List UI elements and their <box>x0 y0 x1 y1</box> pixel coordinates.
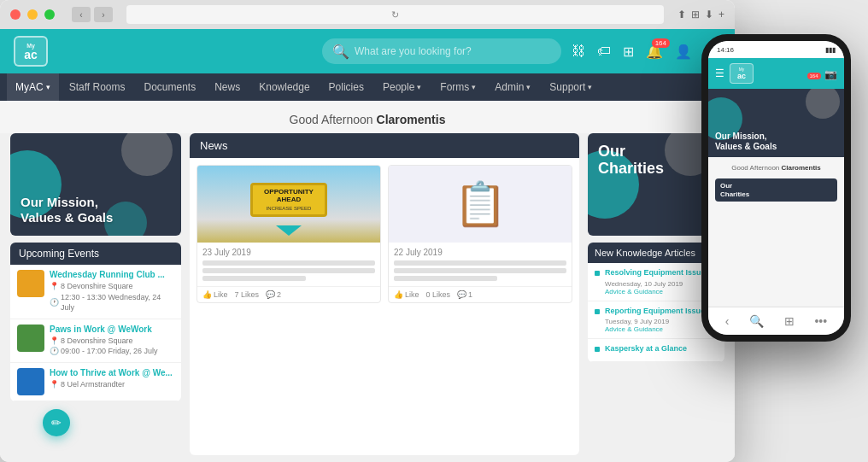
event-location: 📍 8 Devonshire Square <box>50 336 174 347</box>
nav-people[interactable]: People ▾ <box>374 73 430 101</box>
thumbs-up-icon: 👍 <box>202 290 212 299</box>
event-item[interactable]: How to Thrive at Work @ We... 📍 8 Uel Ar… <box>10 363 181 401</box>
notification-icon[interactable]: 🔔 164 <box>646 44 663 60</box>
forward-button[interactable]: › <box>94 7 113 22</box>
news-actions: 👍 Like 0 Likes 💬 1 <box>389 286 572 302</box>
phone-notification-area[interactable]: 164 📷 <box>807 66 837 81</box>
news-date: 23 July 2019 <box>202 248 375 257</box>
phone-logo-ac: ac <box>737 72 746 80</box>
nav-admin[interactable]: Admin ▾ <box>486 73 539 101</box>
like-button[interactable]: 👍 Like <box>394 290 419 299</box>
event-title: Wednesday Running Club ... <box>50 270 174 279</box>
nav-policies[interactable]: Policies <box>320 73 372 101</box>
close-button[interactable] <box>10 9 21 20</box>
app-header: My ac 🔍 ⛓ 🏷 ⊞ 🔔 164 👤 👤 <box>0 29 735 73</box>
search-icon: 🔍 <box>332 44 349 60</box>
clock-icon: 🕐 <box>50 346 59 357</box>
new-tab-icon[interactable]: + <box>718 9 724 20</box>
download-icon[interactable]: ⬇ <box>705 9 713 20</box>
news-card-body: 22 July 2019 <box>389 243 572 286</box>
comment-icon: 💬 <box>457 290 466 299</box>
left-column: Our Mission,Values & Goals Upcoming Even… <box>10 133 181 455</box>
phone-hero-title: Our Mission,Values & Goals <box>715 132 777 152</box>
news-content-lines <box>202 260 375 281</box>
chevron-down-icon: ▾ <box>472 83 476 91</box>
news-section: News OPPORTUNITYAHEAD INCREASE SPEED <box>190 133 579 455</box>
phone-charities-section[interactable]: Our Charities <box>715 178 837 202</box>
greeting: Good Afternoon Claromentis <box>0 101 735 133</box>
people-icon[interactable]: 👤 <box>675 44 692 60</box>
back-button[interactable]: ‹ <box>72 7 91 22</box>
phone-signal-icon: ▮▮▮ <box>825 46 836 54</box>
like-count: 7 Likes <box>235 290 260 299</box>
event-item[interactable]: Paws in Work @ WeWork 📍 8 Devonshire Squ… <box>10 319 181 363</box>
nav-documents[interactable]: Documents <box>135 73 204 101</box>
mission-banner[interactable]: Our Mission,Values & Goals <box>10 133 181 236</box>
knowledge-item[interactable]: Kaspersky at a Glance <box>588 339 724 362</box>
phone-search-icon[interactable]: 🔍 <box>749 314 764 328</box>
phone-logo[interactable]: My ac <box>730 63 754 84</box>
phone-back-icon[interactable]: ‹ <box>725 314 730 328</box>
news-line <box>394 276 497 281</box>
bookmark-icon[interactable]: 🏷 <box>597 44 611 59</box>
phone-grid-icon[interactable]: ⊞ <box>784 314 795 328</box>
minimize-button[interactable] <box>27 9 38 20</box>
event-info: How to Thrive at Work @ We... 📍 8 Uel Ar… <box>50 368 174 390</box>
event-meta: 📍 8 Uel Armstrandter <box>50 379 174 390</box>
event-time: 🕐 12:30 - 13:30 Wednesday, 24 July <box>50 292 174 313</box>
maximize-button[interactable] <box>44 9 55 20</box>
comment-button[interactable]: 💬 2 <box>266 290 281 299</box>
news-line <box>202 276 306 281</box>
nav-support[interactable]: Support ▾ <box>541 73 601 101</box>
search-input[interactable] <box>355 45 551 57</box>
knowledge-info: Kaspersky at a Glance <box>605 344 718 356</box>
browser-window: ‹ › ↻ ⬆ ⊞ ⬇ + My ac 🔍 ⛓ 🏷 ⊞ 🔔 164 <box>0 0 735 462</box>
tabs-icon[interactable]: ⊞ <box>691 9 700 20</box>
event-thumb <box>17 368 44 395</box>
nav-knowledge[interactable]: Knowledge <box>250 73 318 101</box>
location-icon: 📍 <box>50 336 59 347</box>
news-line <box>202 260 375 266</box>
logo[interactable]: My ac <box>14 36 48 67</box>
address-bar[interactable]: ↻ <box>126 5 664 24</box>
event-location: 📍 8 Uel Armstrandter <box>50 379 174 390</box>
like-button[interactable]: 👍 Like <box>202 290 228 299</box>
clock-icon: 🕐 <box>50 297 59 308</box>
center-column: News OPPORTUNITYAHEAD INCREASE SPEED <box>190 133 579 455</box>
like-count: 0 Likes <box>426 290 451 299</box>
event-title: Paws in Work @ WeWork <box>50 325 174 334</box>
apps-icon[interactable]: ⊞ <box>623 44 634 60</box>
nav-buttons: ‹ › <box>72 7 113 22</box>
phone-greeting: Good Afternoon Claromentis <box>708 157 844 178</box>
fab-button[interactable]: ✏ <box>43 409 70 436</box>
event-item[interactable]: Wednesday Running Club ... 📍 8 Devonshir… <box>10 265 181 319</box>
notification-badge: 164 <box>652 38 670 48</box>
comment-button[interactable]: 💬 1 <box>457 290 472 299</box>
phone-bottom-nav: ‹ 🔍 ⊞ ••• <box>708 307 844 335</box>
title-bar: ‹ › ↻ ⬆ ⊞ ⬇ + <box>0 0 735 29</box>
pencil-icon: ✏ <box>51 416 62 430</box>
link-icon[interactable]: ⛓ <box>572 44 585 59</box>
reload-icon: ↻ <box>391 9 399 20</box>
phone-more-icon[interactable]: ••• <box>814 314 827 328</box>
thumbs-up-icon: 👍 <box>394 290 403 299</box>
location-icon: 📍 <box>50 281 59 292</box>
news-card[interactable]: OPPORTUNITYAHEAD INCREASE SPEED 23 July … <box>196 165 381 303</box>
news-line <box>202 268 375 273</box>
phone-screen: 14:16 ▮▮▮ ☰ My ac 164 📷 Our Mission,Valu… <box>708 41 844 335</box>
nav-staffrooms[interactable]: Staff Rooms <box>61 73 134 101</box>
phone-decor-circle-2 <box>806 89 840 119</box>
knowledge-date: Tuesday, 9 July 2019 <box>605 318 718 325</box>
event-meta: 📍 8 Devonshire Square 🕐 09:00 - 17:00 Fr… <box>50 336 174 357</box>
share-icon[interactable]: ⬆ <box>677 9 686 20</box>
nav-news[interactable]: News <box>206 73 249 101</box>
hamburger-icon[interactable]: ☰ <box>715 67 724 79</box>
search-bar[interactable]: 🔍 <box>322 38 561 64</box>
sign-arrow <box>276 225 302 236</box>
logo-my: My <box>26 43 35 49</box>
nav-forms[interactable]: Forms ▾ <box>431 73 484 101</box>
mission-title: Our Mission,Values & Goals <box>21 195 113 225</box>
news-card[interactable]: 📋 22 July 2019 <box>388 165 572 303</box>
phone-hero-banner[interactable]: Our Mission,Values & Goals <box>708 89 844 157</box>
nav-myac[interactable]: MyAC ▾ <box>7 73 59 101</box>
